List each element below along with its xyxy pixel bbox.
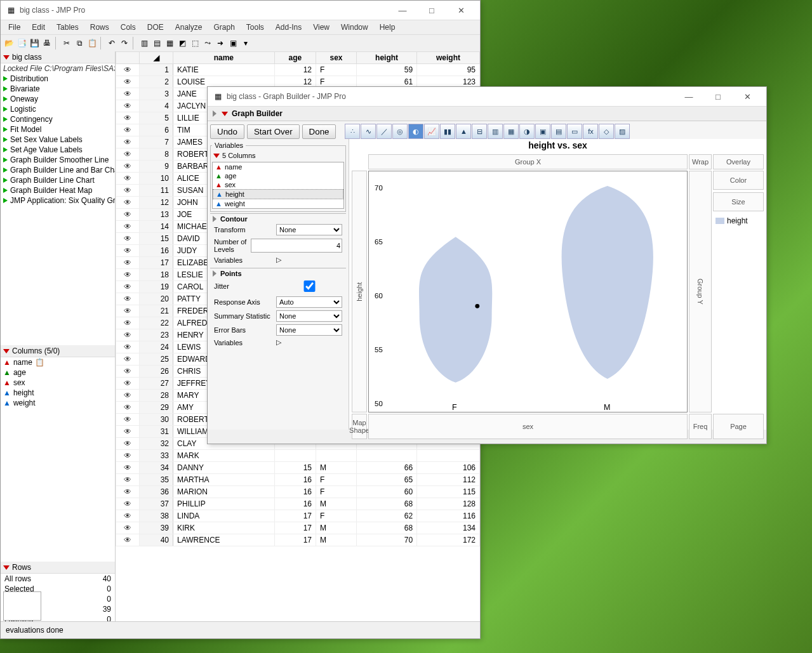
overlay-zone[interactable]: Overlay <box>713 154 764 169</box>
arrow-icon[interactable]: ➜ <box>215 37 226 49</box>
wrap-zone[interactable]: Wrap <box>689 154 712 169</box>
bar-element-icon[interactable]: ▮▮ <box>440 124 455 139</box>
table-row[interactable]: 👁39KIRK17M68134 <box>116 522 480 534</box>
row-stat[interactable]: All rows40 <box>1 574 115 584</box>
legend[interactable]: height <box>713 214 764 228</box>
column-item[interactable]: ▲sex <box>1 378 115 388</box>
variable-item[interactable]: ▲weight <box>213 199 343 208</box>
open-recent-icon[interactable]: 📑 <box>16 37 27 49</box>
variable-item[interactable]: ▲sex <box>213 180 343 189</box>
graph-icon[interactable]: ◩ <box>176 37 188 49</box>
main-titlebar[interactable]: ▦ big class - JMP Pro ― □ ✕ <box>1 1 480 20</box>
report-thumbnail[interactable] <box>3 591 41 621</box>
ellipse-element-icon[interactable]: ◎ <box>392 124 408 139</box>
contour-element-icon[interactable]: ◐ <box>408 124 423 139</box>
minimize-button[interactable]: ― <box>675 88 703 105</box>
column-item[interactable]: ▲height <box>1 388 115 398</box>
subset-icon[interactable]: ⤳ <box>202 37 213 49</box>
variable-item[interactable]: ▲height <box>213 189 343 199</box>
parallel-element-icon[interactable]: ▨ <box>615 124 630 139</box>
rows-panel-header[interactable]: Rows <box>1 562 115 574</box>
line-element-icon[interactable]: 📈 <box>424 124 439 139</box>
size-zone[interactable]: Size <box>713 192 764 211</box>
script-item[interactable]: Set Sex Value Labels <box>1 135 115 145</box>
menu-edit[interactable]: Edit <box>27 22 50 33</box>
maximize-button[interactable]: □ <box>418 1 446 19</box>
undo-button[interactable]: Undo <box>210 124 244 139</box>
area-element-icon[interactable]: ▲ <box>456 124 471 139</box>
plot-area[interactable]: 50 55 60 65 70 F M <box>368 171 688 412</box>
formula-element-icon[interactable]: fx <box>583 124 598 139</box>
heatmap-element-icon[interactable]: ▦ <box>503 124 519 139</box>
menu-window[interactable]: Window <box>336 22 373 33</box>
script-item[interactable]: Graph Builder Smoother Line <box>1 155 115 165</box>
jitter-checkbox[interactable] <box>279 280 340 292</box>
variable-item[interactable]: ▲age <box>213 171 343 180</box>
histogram-element-icon[interactable]: ▥ <box>488 124 503 139</box>
boxplot-element-icon[interactable]: ⊟ <box>472 124 487 139</box>
red-triangle-icon[interactable] <box>222 112 228 116</box>
menubar[interactable]: FileEditTablesRowsColsDOEAnalyzeGraphToo… <box>1 20 480 35</box>
menu-doe[interactable]: DOE <box>142 22 169 33</box>
pie-element-icon[interactable]: ◑ <box>519 124 535 139</box>
save-icon[interactable]: 💾 <box>29 37 40 49</box>
table-row[interactable]: 👁38LINDA17F62116 <box>116 510 480 522</box>
cut-icon[interactable]: ✂ <box>61 37 72 49</box>
menu-tools[interactable]: Tools <box>241 22 269 33</box>
caption-element-icon[interactable]: ▭ <box>567 124 582 139</box>
table-row[interactable]: 👁34DANNY15M66106 <box>116 462 480 474</box>
y-axis-label[interactable]: height <box>352 171 367 412</box>
menu-rows[interactable]: Rows <box>85 22 114 33</box>
toolbar[interactable]: 📂 📑 💾 🖶 ✂ ⧉ 📋 ↶ ↷ ▥ ▤ ▦ ◩ ⬚ ⤳ ➜ ▣ ▾ <box>1 35 480 52</box>
dist-icon[interactable]: ▥ <box>138 37 150 49</box>
chart-title[interactable]: height vs. sex <box>349 139 766 152</box>
minimize-button[interactable]: ― <box>389 1 416 19</box>
treemap-element-icon[interactable]: ▣ <box>535 124 550 139</box>
tabulate-icon[interactable]: ▦ <box>164 37 175 49</box>
done-button[interactable]: Done <box>302 124 336 139</box>
fit-model-icon[interactable]: ⬚ <box>189 37 201 49</box>
table-row[interactable]: 👁36MARION16F60115 <box>116 486 480 498</box>
map-shape-zone[interactable]: Map Shape <box>352 414 367 439</box>
red-triangle-icon[interactable] <box>3 349 10 353</box>
table-row[interactable]: 👁1KATIE12F5995 <box>116 64 480 76</box>
script-item[interactable]: Graph Builder Line Chart <box>1 175 115 185</box>
x-axis-label[interactable]: sex <box>368 414 688 439</box>
table-row[interactable]: 👁33MARK <box>116 450 480 462</box>
script-item[interactable]: Oneway <box>1 94 115 104</box>
menu-help[interactable]: Help <box>375 22 401 33</box>
copy-icon[interactable]: ⧉ <box>74 37 85 49</box>
map-element-icon[interactable]: ◇ <box>599 124 614 139</box>
maximize-button[interactable]: □ <box>704 88 732 105</box>
menu-tables[interactable]: Tables <box>51 22 84 33</box>
fit-y-icon[interactable]: ▤ <box>151 37 163 49</box>
disclosure-icon[interactable] <box>213 216 216 222</box>
freq-zone[interactable]: Freq <box>689 414 712 439</box>
gb-titlebar[interactable]: ▦ big class - Graph Builder - JMP Pro ― … <box>208 87 766 107</box>
script-item[interactable]: Bivariate <box>1 84 115 94</box>
levels-input[interactable] <box>251 239 342 253</box>
menu-file[interactable]: File <box>3 22 25 33</box>
menu-cols[interactable]: Cols <box>116 22 141 33</box>
table-row[interactable]: 👁37PHILLIP16M68128 <box>116 498 480 510</box>
menu-graph[interactable]: Graph <box>208 22 239 33</box>
script-item[interactable]: Set Age Value Labels <box>1 145 115 155</box>
points-element-icon[interactable]: ∴ <box>345 124 360 139</box>
line-of-fit-icon[interactable]: ／ <box>376 124 392 139</box>
script-item[interactable]: Contingency <box>1 114 115 124</box>
menu-view[interactable]: View <box>308 22 335 33</box>
script-item[interactable]: Graph Builder Line and Bar Chart <box>1 165 115 175</box>
run-icon[interactable]: ▣ <box>227 37 239 49</box>
columns-panel-header[interactable]: Columns (5/0) <box>1 345 115 357</box>
paste-icon[interactable]: 📋 <box>86 37 98 49</box>
table-panel-header[interactable]: big class <box>1 51 115 63</box>
smoother-element-icon[interactable]: ∿ <box>361 124 376 139</box>
script-item[interactable]: JMP Application: Six Quality Gra <box>1 195 115 206</box>
red-triangle-icon[interactable] <box>3 565 10 570</box>
menu-analyze[interactable]: Analyze <box>170 22 208 33</box>
column-item[interactable]: ▲name📋 <box>1 357 115 367</box>
disclosure-icon[interactable] <box>213 270 216 277</box>
script-item[interactable]: Fit Model <box>1 124 115 135</box>
group-y-zone[interactable]: Group Y <box>689 171 712 412</box>
red-triangle-icon[interactable] <box>213 154 220 158</box>
